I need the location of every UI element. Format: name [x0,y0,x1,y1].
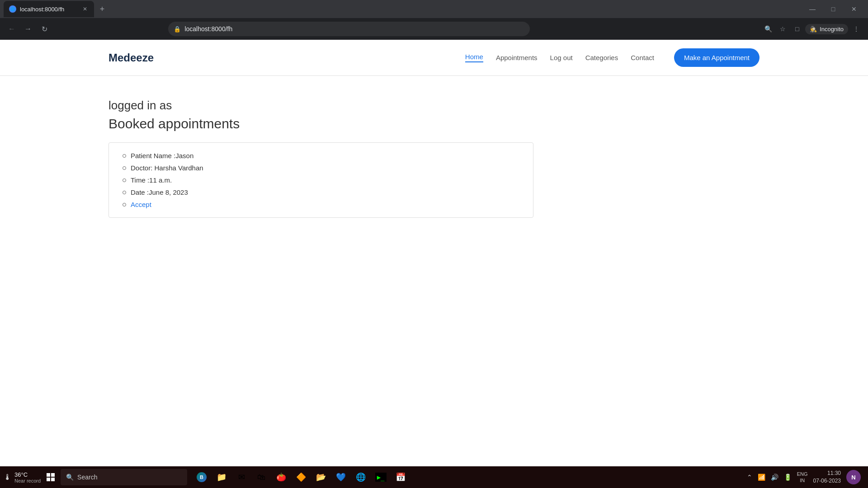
lock-icon: 🔒 [174,26,181,33]
accept-link[interactable]: Accept [131,201,151,208]
incognito-badge: 🕵 Incognito [805,24,848,34]
bullet-icon [123,203,126,206]
brand-logo[interactable]: Medeeze [108,52,154,64]
address-bar: ← → ↻ 🔒 localhost:8000/fh 🔍 ☆ □ 🕵 Incogn… [0,18,868,40]
extensions-icon[interactable]: □ [791,23,803,35]
make-appointment-button[interactable]: Make an Appointment [674,48,760,67]
appointment-card: Patient Name :Jason Doctor: Harsha Vardh… [108,142,533,218]
doctor-name: Doctor: Harsha Vardhan [131,164,203,172]
url-text: localhost:8000/fh [184,25,524,33]
close-button[interactable]: ✕ [844,1,864,17]
forward-button[interactable]: → [22,23,34,35]
active-tab[interactable]: 🌐 localhost:8000/fh ✕ [4,1,94,17]
list-item: Time :11 a.m. [123,176,519,184]
tab-close-button[interactable]: ✕ [81,5,89,13]
nav-link-appointments[interactable]: Appointments [496,54,538,61]
list-item: Doctor: Harsha Vardhan [123,164,519,172]
tab-title: localhost:8000/fh [20,6,78,13]
booked-appointments-title: Booked appointments [108,116,760,131]
bullet-icon [123,166,126,170]
nav-link-logout[interactable]: Log out [550,54,573,61]
nav-link-home[interactable]: Home [465,53,483,62]
nav-link-categories[interactable]: Categories [585,54,618,61]
back-button[interactable]: ← [5,23,18,35]
bookmark-icon[interactable]: ☆ [776,23,789,35]
reload-button[interactable]: ↻ [38,23,51,35]
list-item[interactable]: Accept [123,201,519,208]
incognito-label: Incognito [820,26,844,33]
patient-name: Patient Name :Jason [131,152,193,160]
maximize-button[interactable]: □ [823,1,844,17]
page-content: Medeeze Home Appointments Log out Catego… [0,40,868,379]
nav-links: Home Appointments Log out Categories Con… [465,48,760,67]
nav-link-contact[interactable]: Contact [631,54,654,61]
bullet-icon [123,154,126,158]
bullet-icon [123,178,126,182]
bullet-icon [123,191,126,194]
list-item: Date :June 8, 2023 [123,188,519,196]
address-bar-icons: 🔍 ☆ □ 🕵 Incognito ⋮ [762,23,863,35]
main-content: logged in as Booked appointments Patient… [0,76,868,240]
appointment-time: Time :11 a.m. [131,176,172,184]
window-controls: — □ ✕ [802,1,864,17]
more-options-icon[interactable]: ⋮ [850,23,863,35]
incognito-icon: 🕵 [810,26,817,33]
url-bar[interactable]: 🔒 localhost:8000/fh [168,22,530,36]
logged-in-label: logged in as [108,99,760,113]
tab-favicon: 🌐 [9,5,16,13]
search-lens-icon[interactable]: 🔍 [762,23,774,35]
new-tab-button[interactable]: + [96,3,108,15]
appointment-date: Date :June 8, 2023 [131,188,188,196]
appointment-details-list: Patient Name :Jason Doctor: Harsha Vardh… [123,152,519,208]
navbar: Medeeze Home Appointments Log out Catego… [0,40,868,76]
minimize-button[interactable]: — [802,1,823,17]
list-item: Patient Name :Jason [123,152,519,160]
